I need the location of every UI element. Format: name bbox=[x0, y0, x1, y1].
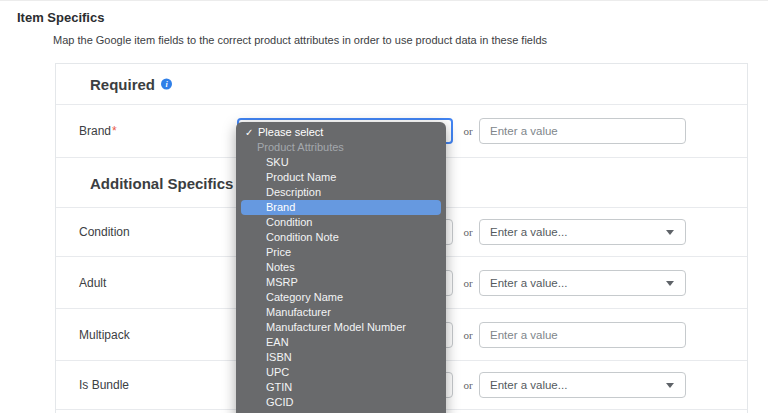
page-title: Item Specifics bbox=[17, 10, 104, 25]
multipack-value-input[interactable] bbox=[479, 322, 686, 348]
or-label: or bbox=[457, 125, 479, 137]
condition-value-text: Enter a value... bbox=[490, 226, 567, 238]
caret-down-icon bbox=[666, 230, 674, 235]
condition-value-select[interactable]: Enter a value... bbox=[479, 219, 686, 245]
row-brand-label-text: Brand bbox=[79, 124, 111, 138]
row-brand-label: Brand* bbox=[79, 124, 117, 138]
menu-item-label: Description bbox=[266, 186, 321, 198]
menu-item-brand[interactable]: Brand bbox=[236, 200, 446, 215]
row-multipack-label: Multipack bbox=[79, 328, 130, 342]
menu-item-description[interactable]: Description bbox=[236, 185, 446, 200]
menu-item-please-select[interactable]: ✓ Please select bbox=[236, 125, 446, 140]
menu-item-label: Brand bbox=[241, 200, 441, 215]
menu-item-product-name[interactable]: Product Name bbox=[236, 170, 446, 185]
adult-value-text: Enter a value... bbox=[490, 277, 567, 289]
section-additional-title: Additional Specifics i bbox=[90, 174, 250, 191]
brand-value-input[interactable] bbox=[479, 118, 686, 144]
menu-item-label: Product Name bbox=[266, 171, 336, 183]
menu-item-label: GCID bbox=[266, 396, 294, 408]
menu-group-label: Product Attributes bbox=[257, 141, 344, 153]
menu-item-price[interactable]: Price bbox=[236, 245, 446, 260]
or-label: or bbox=[457, 226, 479, 238]
caret-down-icon bbox=[666, 383, 674, 388]
menu-item-label: Please select bbox=[258, 126, 323, 138]
or-label: or bbox=[457, 329, 479, 341]
section-required-title-text: Required bbox=[90, 76, 155, 93]
menu-item-label: Category Name bbox=[266, 291, 343, 303]
menu-item-label: ISBN bbox=[266, 351, 292, 363]
menu-item-ean[interactable]: EAN bbox=[236, 335, 446, 350]
menu-item-label: Condition Note bbox=[266, 231, 339, 243]
menu-group-product-attributes: Product Attributes bbox=[236, 140, 446, 155]
item-specifics-page: Item Specifics Map the Google item field… bbox=[0, 0, 768, 413]
menu-item-label: UPC bbox=[266, 366, 289, 378]
section-required: Required i bbox=[56, 64, 747, 105]
menu-item-sku[interactable]: SKU bbox=[236, 155, 446, 170]
menu-item-manufacturer-model-number[interactable]: Manufacturer Model Number bbox=[236, 320, 446, 335]
menu-item-label: GTIN bbox=[266, 381, 292, 393]
menu-item-gtin[interactable]: GTIN bbox=[236, 380, 446, 395]
or-label: or bbox=[457, 379, 479, 391]
row-adult-label: Adult bbox=[79, 276, 106, 290]
menu-item-label: Manufacturer Model Number bbox=[266, 321, 406, 333]
menu-item-gcid[interactable]: GCID bbox=[236, 395, 446, 410]
menu-item-condition[interactable]: Condition bbox=[236, 215, 446, 230]
menu-item-upc[interactable]: UPC bbox=[236, 365, 446, 380]
checkmark-icon: ✓ bbox=[245, 125, 253, 140]
menu-item-msrp[interactable]: MSRP bbox=[236, 275, 446, 290]
adult-value-select[interactable]: Enter a value... bbox=[479, 270, 686, 296]
attribute-dropdown-menu: ✓ Please select Product Attributes SKU P… bbox=[236, 122, 446, 413]
menu-item-label: SKU bbox=[266, 156, 289, 168]
menu-item-label: EAN bbox=[266, 336, 289, 348]
menu-item-category-name[interactable]: Category Name bbox=[236, 290, 446, 305]
page-description: Map the Google item fields to the correc… bbox=[53, 34, 547, 46]
section-required-title: Required i bbox=[90, 76, 172, 93]
info-icon[interactable]: i bbox=[161, 79, 172, 90]
or-label: or bbox=[457, 277, 479, 289]
menu-item-label: Notes bbox=[266, 261, 295, 273]
menu-item-condition-note[interactable]: Condition Note bbox=[236, 230, 446, 245]
menu-item-isbn[interactable]: ISBN bbox=[236, 350, 446, 365]
required-asterisk: * bbox=[112, 124, 117, 138]
menu-item-label: Manufacturer bbox=[266, 306, 331, 318]
row-condition-label: Condition bbox=[79, 225, 130, 239]
is-bundle-value-select[interactable]: Enter a value... bbox=[479, 372, 686, 398]
menu-item-label: MSRP bbox=[266, 276, 298, 288]
row-is-bundle-label: Is Bundle bbox=[79, 378, 129, 392]
menu-item-label: Condition bbox=[266, 216, 312, 228]
caret-down-icon bbox=[666, 281, 674, 286]
menu-item-label: Price bbox=[266, 246, 291, 258]
menu-item-manufacturer[interactable]: Manufacturer bbox=[236, 305, 446, 320]
menu-item-notes[interactable]: Notes bbox=[236, 260, 446, 275]
is-bundle-value-text: Enter a value... bbox=[490, 379, 567, 391]
section-additional-title-text: Additional Specifics bbox=[90, 174, 233, 191]
